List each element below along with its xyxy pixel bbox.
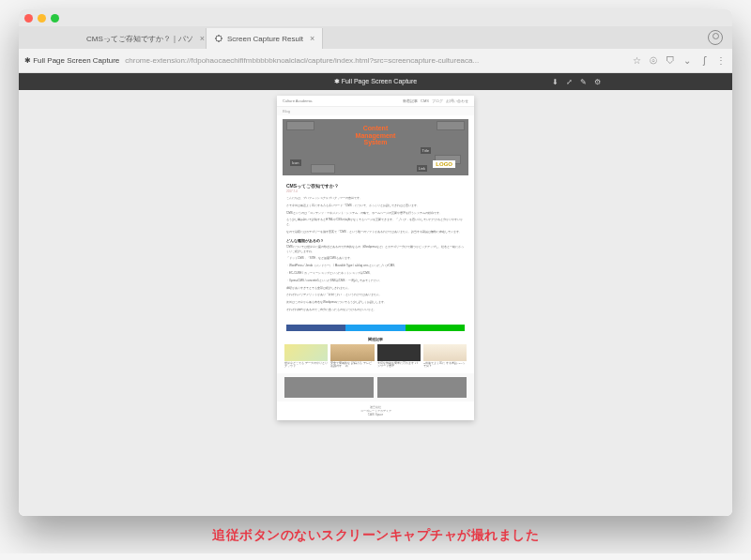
related-text: 世界中どこでも データのやりとり クラウド (284, 362, 328, 368)
article-title: CMSってご存知ですか？ (286, 183, 465, 189)
browser-window: CMSってご存知ですか？｜パソ × Screen Capture Result … (19, 9, 732, 516)
window-close-button[interactable] (24, 14, 33, 23)
hero-logo-box: LOGO (433, 160, 455, 168)
address-bar: ✱ Full Page Screen Capture chrome-extens… (19, 49, 732, 73)
paragraph: こんにちは、プロフェッショナルプログラマーの吉田です。 (286, 196, 465, 201)
related-card[interactable]: 安全で簡易的な 記録方法 テレビ会議のす ゝめ (330, 344, 374, 368)
paragraph: ・WordPress / Jimdo（ジンドゥー） / Movable Type… (286, 264, 465, 268)
footer-text: 運営会社 コーポレートアカデミア CAIS Space (277, 401, 474, 420)
capture-toolbar: ✱ Full Page Screen Capture ⬇ ⤢ ✎ ⚙ (19, 73, 732, 90)
paragraph: ・XpressCMS / concrete5といったSNS系CMS・一度試してみ… (286, 279, 465, 283)
window-minimize-button[interactable] (38, 14, 46, 23)
paragraph: 種類がありすぎてとても全部は紹介しきれません。 (286, 286, 465, 291)
footer-image (377, 377, 467, 398)
expand-icon[interactable]: ⤢ (566, 78, 573, 86)
related-list: 世界中どこでも データのやりとり クラウド 安全で簡易的な 記録方法 テレビ会議… (277, 344, 474, 368)
site-header: Culture Academia 新着記事 CMS ブログ お問い合わせ (277, 96, 474, 107)
nav-item[interactable]: 新着記事 (403, 98, 418, 103)
annotation-caption: 追従ボタンのないスクリーンキャプチャが撮れました (212, 527, 539, 544)
related-text: 安全で簡易的な 記録方法 テレビ会議のす ゝめ (330, 362, 374, 368)
footer-image (284, 377, 374, 398)
related-heading: 関連記事 (277, 337, 474, 341)
related-thumb (284, 344, 328, 361)
share-twitter-button[interactable] (345, 325, 405, 331)
article-body: CMSってご存知ですか？ 2017.7.4 こんにちは、プロフェッショナルプログ… (277, 179, 474, 319)
related-thumb (330, 344, 374, 361)
profile-avatar-icon[interactable] (708, 30, 723, 45)
url-display[interactable]: chrome-extension://fdpohaocaechififmbbbb… (125, 56, 625, 65)
nav-item[interactable]: ブログ (432, 98, 443, 103)
hero-box-icon: Icon (290, 159, 301, 166)
viewport: ✱ Full Page Screen Capture ⬇ ⤢ ✎ ⚙ Cultu… (19, 73, 732, 516)
hero-title: Content Management System (356, 125, 396, 146)
download-icon[interactable]: ⬇ (552, 78, 559, 86)
hero-image: Content Management System Icon Title Lin… (283, 119, 468, 175)
camera-icon[interactable]: ⦾ (648, 55, 659, 67)
paragraph: CMSというのは「コンテンツ・マネジメント・システム」の略で、ホームページの更新… (286, 211, 465, 216)
menu-icon[interactable]: ⋮ (715, 55, 727, 67)
captured-page: Culture Academia 新着記事 CMS ブログ お問い合わせ Blo… (277, 96, 474, 420)
related-card[interactable]: 世界中どこでも データのやりとり クラウド (284, 344, 328, 368)
paragraph: ・EC-CUBE / カラーミーショップといったネットショップ系CMS。 (286, 271, 465, 276)
pocket-icon[interactable]: ⌄ (682, 55, 693, 67)
window-zoom-button[interactable] (51, 14, 59, 23)
site-nav: 新着記事 CMS ブログ お問い合わせ (403, 98, 468, 103)
related-text: IT関連でよく耳に する単語 API っ て何？ (423, 362, 467, 368)
related-card[interactable]: 大切な情報を簡単 に守れます パス ワード管理 (377, 344, 421, 368)
tab-bar: CMSってご存知ですか？｜パソ × Screen Capture Result … (19, 26, 732, 49)
section-label: Blog (277, 107, 474, 115)
share-line-button[interactable] (406, 325, 465, 331)
site-logo: Culture Academia (283, 98, 313, 103)
script-icon[interactable]: ʃ (698, 55, 710, 67)
share-facebook-button[interactable] (286, 325, 345, 331)
extension-name: ✱ Full Page Screen Capture (24, 56, 119, 65)
paragraph: さて今回は最近よく耳にする方も多いワード「CMS」について、ざっくりとお話しでき… (286, 204, 465, 208)
edit-icon[interactable]: ✎ (580, 78, 587, 86)
paragraph: それぞれ特色があるのでご自分に合ったものを見つけるのがいいかと。 (286, 308, 465, 312)
close-icon[interactable]: × (200, 34, 205, 43)
window-titlebar (19, 9, 732, 26)
related-thumb (377, 344, 421, 361)
tab-title: Screen Capture Result (227, 35, 303, 43)
browser-tab[interactable]: CMSってご存知ですか？｜パソ × (75, 28, 207, 49)
star-icon[interactable]: ☆ (631, 55, 642, 67)
capture-app-label: ✱ Full Page Screen Capture (334, 78, 418, 85)
shield-icon[interactable]: ⛉ (665, 55, 676, 67)
paragraph: されぞれメリデメリットがあり「絶対これ！」というわけではありません。 (286, 293, 465, 297)
paragraph: 「ドットCMS」「SITE」など国産CMSもあります。 (286, 256, 465, 261)
related-card[interactable]: IT関連でよく耳に する単語 API っ て何？ (423, 344, 467, 368)
nav-item[interactable]: CMS (421, 98, 429, 103)
paragraph: もう少し噛み砕いて説明するとHTMLやCSSの知識がなくてもページを更新できます… (286, 218, 465, 227)
favicon-icon (214, 34, 223, 43)
hero-box-link: Link (417, 165, 427, 172)
article-subhead: どんな種類があるの？ (286, 238, 465, 243)
paragraph: CMSについては世界中に星の数ほどあるので代表的なもの（Wordpressなど）… (286, 245, 465, 254)
article-date: 2017.7.4 (286, 189, 465, 193)
paragraph: 次回はこの中から最も有名なWordpressについてもう少し詳しくお話しします。 (286, 300, 465, 305)
share-bar (286, 325, 465, 331)
nav-item[interactable]: お問い合わせ (446, 98, 468, 103)
related-text: 大切な情報を簡単 に守れます パス ワード管理 (377, 362, 421, 368)
close-icon[interactable]: × (310, 34, 314, 43)
tab-title: CMSってご存知ですか？｜パソ (86, 34, 193, 44)
gear-icon[interactable]: ⚙ (594, 78, 601, 86)
related-thumb (423, 344, 467, 361)
footer-gallery (277, 373, 474, 401)
browser-tab[interactable]: Screen Capture Result × (207, 28, 323, 49)
paragraph: なので厳密にはカテゴリーを指す言葉で「CMS」という唯一のソフトがあるわけではあ… (286, 230, 465, 235)
hero-box-title: Title (421, 147, 431, 154)
